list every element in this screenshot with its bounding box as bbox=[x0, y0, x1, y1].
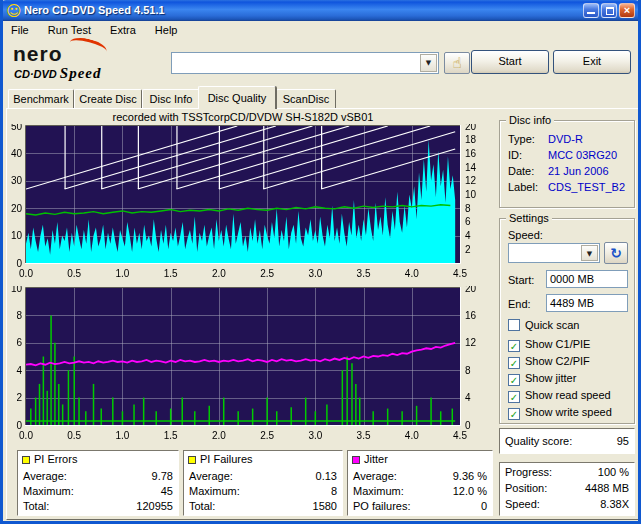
checkbox-box[interactable] bbox=[508, 319, 520, 331]
checkbox-label: Show C1/PIE bbox=[525, 338, 590, 350]
nero-logo: nero CD·DVD Speed bbox=[13, 42, 165, 84]
disc-label-value: CDS_TEST_B2 bbox=[548, 181, 625, 193]
stat-value: 12.0 % bbox=[453, 484, 487, 498]
chevron-down-icon[interactable]: ▼ bbox=[420, 54, 437, 72]
pi-errors-title: PI Errors bbox=[34, 453, 77, 465]
pi-errors-chart bbox=[1, 124, 481, 286]
progress-value: 100 % bbox=[598, 465, 629, 480]
end-position-field[interactable]: 4489 MB bbox=[546, 294, 628, 312]
refresh-icon: ↻ bbox=[610, 245, 622, 261]
stat-value: 0 bbox=[481, 499, 487, 513]
chart-title: recorded with TSSTcorpCD/DVDW SH-S182D v… bbox=[26, 111, 460, 123]
disc-info-row: Label:CDS_TEST_B2 bbox=[508, 181, 630, 193]
checkbox-box[interactable]: ✓ bbox=[508, 340, 520, 352]
speed-label: Speed: bbox=[505, 498, 540, 510]
minimize-button[interactable] bbox=[583, 3, 599, 18]
title-bar[interactable]: ☺ Nero CD-DVD Speed 4.51.1 × bbox=[0, 0, 641, 21]
menu-run-test[interactable]: Run Test bbox=[40, 21, 99, 36]
pi-errors-panel: PI Errors Average:9.78 Maximum:45 Total:… bbox=[17, 450, 179, 516]
app-window: ☺ Nero CD-DVD Speed 4.51.1 × File Run Te… bbox=[0, 0, 641, 524]
checkbox-label: Show write speed bbox=[525, 406, 612, 418]
start-button[interactable]: Start bbox=[471, 50, 549, 74]
checkbox-label: Show read speed bbox=[525, 389, 611, 401]
exit-button[interactable]: Exit bbox=[553, 50, 631, 74]
speed-value: 8.38X bbox=[600, 497, 629, 512]
disc-info-row: Date:21 Jun 2006 bbox=[508, 165, 630, 177]
speed-select[interactable]: 8X ▼ bbox=[508, 243, 600, 263]
app-icon: ☺ bbox=[6, 2, 22, 20]
stat-label: Maximum: bbox=[189, 485, 240, 497]
tab-scandisc[interactable]: ScanDisc bbox=[276, 89, 336, 109]
disc-label-label: Label: bbox=[508, 181, 548, 193]
disc-info-group: Disc info Type:DVD-R ID:MCC 03RG20 Date:… bbox=[499, 120, 635, 208]
disc-date-value: 21 Jun 2006 bbox=[548, 165, 609, 177]
disc-info-row: ID:MCC 03RG20 bbox=[508, 149, 630, 161]
stat-label: Maximum: bbox=[23, 485, 74, 497]
progress-panel: Progress:100 % Position:4488 MB Speed:8.… bbox=[499, 462, 635, 516]
tab-create-disc[interactable]: Create Disc bbox=[74, 89, 142, 109]
drive-select[interactable]: [1:0] BENQ DVD DD DW1640 BSLB ▼ bbox=[171, 52, 439, 74]
checkbox-box[interactable]: ✓ bbox=[508, 374, 520, 386]
menu-file[interactable]: File bbox=[3, 21, 37, 36]
maximize-button[interactable] bbox=[601, 3, 617, 18]
close-button[interactable]: × bbox=[619, 3, 635, 18]
checkbox-quick-scan[interactable]: Quick scan bbox=[508, 319, 579, 333]
checkbox-show-read-speed[interactable]: ✓Show read speed bbox=[508, 389, 611, 403]
tab-disc-info[interactable]: Disc Info bbox=[142, 89, 200, 109]
menu-bar: File Run Test Extra Help bbox=[3, 21, 638, 40]
disc-type-value: DVD-R bbox=[548, 133, 583, 145]
stat-value: 1580 bbox=[313, 499, 337, 513]
checkbox-show-write-speed[interactable]: ✓Show write speed bbox=[508, 406, 612, 420]
drive-info-button[interactable]: ☝ bbox=[444, 52, 470, 74]
end-position-label: End: bbox=[508, 298, 531, 310]
menu-help[interactable]: Help bbox=[147, 21, 186, 36]
stat-value: 45 bbox=[161, 484, 173, 498]
checkbox-label: Quick scan bbox=[525, 319, 579, 331]
nero-brand-text: nero bbox=[13, 42, 63, 65]
start-position-field[interactable]: 0000 MB bbox=[546, 270, 628, 288]
progress-label: Progress: bbox=[505, 466, 552, 478]
logo-speed-text: Speed bbox=[60, 65, 102, 81]
stat-label: Maximum: bbox=[353, 485, 404, 497]
checkbox-show-c2-pif[interactable]: ✓Show C2/PIF bbox=[508, 355, 590, 369]
position-value: 4488 MB bbox=[585, 481, 629, 496]
disc-id-value: MCC 03RG20 bbox=[548, 149, 617, 161]
speed-label: Speed: bbox=[508, 229, 543, 241]
stat-value: 0.13 bbox=[316, 469, 337, 483]
menu-extra[interactable]: Extra bbox=[102, 21, 144, 36]
tab-benchmark[interactable]: Benchmark bbox=[8, 89, 74, 109]
pi-errors-swatch bbox=[22, 456, 30, 464]
minimize-icon bbox=[587, 12, 595, 14]
checkbox-label: Show C2/PIF bbox=[525, 355, 590, 367]
pif-jitter-chart bbox=[1, 286, 481, 448]
stat-value: 8 bbox=[331, 484, 337, 498]
settings-title: Settings bbox=[506, 212, 552, 224]
pi-failures-title: PI Failures bbox=[200, 453, 253, 465]
stat-label: PO failures: bbox=[353, 500, 410, 512]
quality-score-value: 95 bbox=[617, 429, 629, 453]
disc-info-title: Disc info bbox=[506, 114, 554, 126]
checkbox-show-jitter[interactable]: ✓Show jitter bbox=[508, 372, 576, 386]
stat-value: 120955 bbox=[136, 499, 173, 513]
stat-label: Average: bbox=[23, 470, 67, 482]
stat-label: Average: bbox=[353, 470, 397, 482]
refresh-speeds-button[interactable]: ↻ bbox=[604, 242, 628, 264]
stat-value: 9.36 % bbox=[453, 469, 487, 483]
logo-cddvd-text: CD·DVD bbox=[14, 68, 57, 80]
stat-label: Total: bbox=[189, 500, 215, 512]
disc-date-label: Date: bbox=[508, 165, 548, 177]
chevron-down-icon[interactable]: ▼ bbox=[581, 245, 598, 261]
jitter-panel: Jitter Average:9.36 % Maximum:12.0 % PO … bbox=[347, 450, 493, 516]
window-title: Nero CD-DVD Speed 4.51.1 bbox=[24, 4, 165, 16]
checkbox-box[interactable]: ✓ bbox=[508, 408, 520, 420]
tab-disc-quality[interactable]: Disc Quality bbox=[198, 86, 276, 109]
checkbox-box[interactable]: ✓ bbox=[508, 391, 520, 403]
hand-icon: ☝ bbox=[452, 54, 461, 72]
settings-group: Settings Speed: 8X ▼ ↻ Start: 0000 MB En… bbox=[499, 218, 635, 424]
jitter-swatch bbox=[352, 456, 360, 464]
disc-info-row: Type:DVD-R bbox=[508, 133, 630, 145]
checkbox-box[interactable]: ✓ bbox=[508, 357, 520, 369]
stat-label: Average: bbox=[189, 470, 233, 482]
maximize-icon bbox=[606, 7, 614, 15]
checkbox-show-c1-pie[interactable]: ✓Show C1/PIE bbox=[508, 338, 590, 352]
